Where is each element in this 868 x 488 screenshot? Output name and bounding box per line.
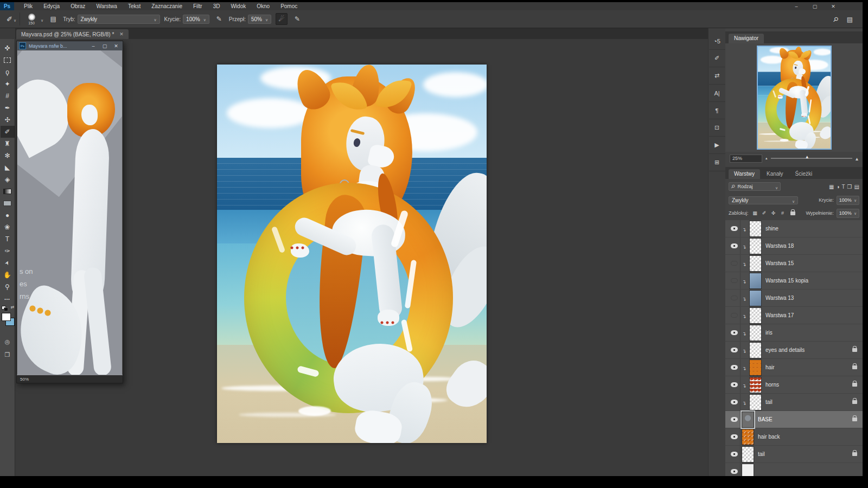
lasso-tool[interactable]: ϙ (1, 66, 15, 78)
crop-tool[interactable]: # (1, 90, 15, 102)
layer-row[interactable]: Warstwa 15 (725, 255, 863, 272)
zoom-out-icon[interactable]: ▴ (765, 156, 768, 160)
layer-thumbnail[interactable] (742, 429, 754, 445)
navigator-zoom-input[interactable]: 25% (730, 155, 762, 163)
layer-visibility-toggle[interactable] (728, 342, 741, 358)
layer-row[interactable]: BASE (725, 411, 863, 428)
layer-visibility-toggle[interactable] (728, 463, 741, 476)
layer-thumbnail[interactable] (749, 394, 762, 410)
layer-thumbnail[interactable] (749, 325, 762, 341)
layer-row[interactable]: Warstwa 15 kopia (725, 272, 863, 290)
layer-thumbnail[interactable] (749, 255, 762, 272)
layer-visibility-toggle[interactable] (728, 446, 741, 463)
blur-tool[interactable] (1, 197, 15, 209)
tool-preset-picker[interactable]: ✐ (3, 12, 20, 25)
lock-artboard-icon[interactable]: # (779, 209, 787, 217)
layer-visibility-toggle[interactable] (728, 394, 741, 410)
pressure-size-button[interactable]: ✎ (292, 14, 303, 24)
menu-item[interactable]: Widok (225, 3, 251, 9)
layer-visibility-toggle[interactable] (728, 359, 741, 376)
menu-item[interactable]: Edycja (38, 3, 65, 9)
clone-stamp-tool[interactable]: ♜ (1, 138, 15, 150)
panel-tab[interactable]: Kanały (761, 169, 789, 179)
floating-document-window[interactable]: Ps Mayvara nsfw b... – ▢ ✕ s on es rns 5… (16, 41, 123, 383)
brush-settings-panel-button[interactable]: ✐ (709, 50, 725, 67)
layer-visibility-toggle[interactable] (728, 307, 741, 324)
navigator-preview[interactable] (757, 46, 832, 150)
dodge-tool[interactable]: ● (1, 209, 15, 221)
layer-row[interactable]: tail (725, 394, 863, 411)
sponge-tool[interactable]: ❀ (1, 221, 15, 233)
airbrush-button[interactable]: ☄ (276, 13, 288, 25)
close-button[interactable]: ✕ (112, 43, 120, 49)
layer-thumbnail[interactable] (742, 446, 754, 463)
magic-wand-tool[interactable]: ✦ (1, 78, 15, 90)
layer-row[interactable]: hair (725, 359, 863, 376)
zoom-tool[interactable]: ⚲ (1, 281, 15, 293)
healing-brush-tool[interactable]: ✣ (1, 114, 15, 126)
toggle-brush-panel-button[interactable]: ▤ (48, 14, 59, 24)
layer-row[interactable]: hair back (725, 428, 863, 446)
lock-transparency-icon[interactable]: ▦ (751, 209, 759, 217)
layer-thumbnail[interactable] (749, 290, 762, 306)
filter-pixel-layers-icon[interactable]: ▦ (829, 184, 834, 190)
filter-smart-objects-icon[interactable]: ▤ (854, 184, 859, 190)
slider-thumb[interactable]: ▲ (805, 155, 809, 159)
menu-item[interactable]: Zaznaczanie (146, 3, 188, 9)
layer-row[interactable]: eyes and details (725, 342, 863, 359)
floating-window-titlebar[interactable]: Ps Mayvara nsfw b... – ▢ ✕ (17, 41, 123, 50)
history-panel-button[interactable]: ◔5 (709, 33, 725, 50)
filter-shape-layers-icon[interactable]: ❒ (847, 184, 852, 190)
default-colors-icon[interactable] (4, 307, 8, 311)
more-tools[interactable]: ••• (1, 293, 15, 305)
document-tab[interactable]: Mayvara.psd @ 25% (BASE, RGB/8) * ✕ (16, 29, 129, 39)
layer-row[interactable] (725, 463, 863, 476)
menu-item[interactable]: Okno (251, 3, 275, 9)
layer-fill-select[interactable]: 100% (837, 209, 859, 218)
layer-thumbnail[interactable] (749, 273, 762, 289)
minimize-button[interactable]: – (89, 43, 98, 49)
zoom-in-icon[interactable]: ▴ (856, 156, 858, 162)
marquee-tool[interactable] (1, 54, 15, 66)
navigator-zoom-slider[interactable]: ▲ (771, 158, 852, 159)
paragraph-panel-button[interactable]: ¶ (709, 102, 725, 119)
layer-blend-mode-select[interactable]: Zwykły (729, 196, 798, 204)
layer-visibility-toggle[interactable] (728, 411, 741, 428)
path-selection-tool[interactable]: ➤ (1, 257, 15, 269)
screen-mode-button[interactable]: ❐ (1, 349, 15, 360)
clone-source-panel-button[interactable]: ⇄ (709, 67, 725, 85)
menu-item[interactable]: Obraz (65, 3, 91, 9)
layer-row[interactable]: Warstwa 18 (725, 237, 863, 255)
tab-navigator[interactable]: Nawigator (729, 34, 764, 43)
layer-thumbnail[interactable] (749, 342, 762, 358)
hand-tool[interactable]: ✋ (1, 269, 15, 281)
maximize-button[interactable]: ▢ (100, 43, 109, 49)
character-panel-button[interactable]: A| (709, 85, 725, 102)
filter-adjustment-layers-icon[interactable]: ◑ (836, 184, 839, 190)
layer-row[interactable]: tail (725, 446, 863, 463)
paint-bucket-tool[interactable]: ◈ (1, 174, 15, 185)
filter-type-layers-icon[interactable]: T (841, 184, 845, 190)
actions-panel-button[interactable]: ▶ (709, 137, 725, 154)
search-icon[interactable]: ⚲ (831, 15, 840, 23)
close-button[interactable]: ✕ (828, 4, 838, 9)
flow-select[interactable]: 50% (248, 15, 271, 24)
menu-item[interactable]: Warstwa (91, 3, 123, 9)
properties-panel-button[interactable]: ⊡ (709, 119, 725, 137)
layer-visibility-toggle[interactable] (728, 290, 741, 306)
layer-visibility-toggle[interactable] (728, 324, 741, 341)
layer-visibility-toggle[interactable] (728, 255, 741, 272)
foreground-color-swatch[interactable] (2, 313, 11, 321)
layer-row[interactable]: Warstwa 13 (725, 290, 863, 307)
layer-row[interactable]: Warstwa 17 (725, 307, 863, 324)
tool-presets-panel-button[interactable]: ⊞ (709, 154, 725, 171)
menu-item[interactable]: 3D (208, 3, 226, 9)
eraser-tool[interactable]: ◣ (1, 162, 15, 174)
panel-tab[interactable]: Ścieżki (790, 169, 818, 179)
layer-visibility-toggle[interactable] (728, 376, 741, 393)
layer-thumbnail[interactable] (749, 307, 762, 324)
quick-mask-button[interactable]: ◎ (1, 336, 15, 347)
swap-colors-icon[interactable]: ⇄ (11, 305, 15, 310)
layer-visibility-toggle[interactable] (728, 237, 741, 254)
layer-thumbnail[interactable] (742, 412, 754, 428)
